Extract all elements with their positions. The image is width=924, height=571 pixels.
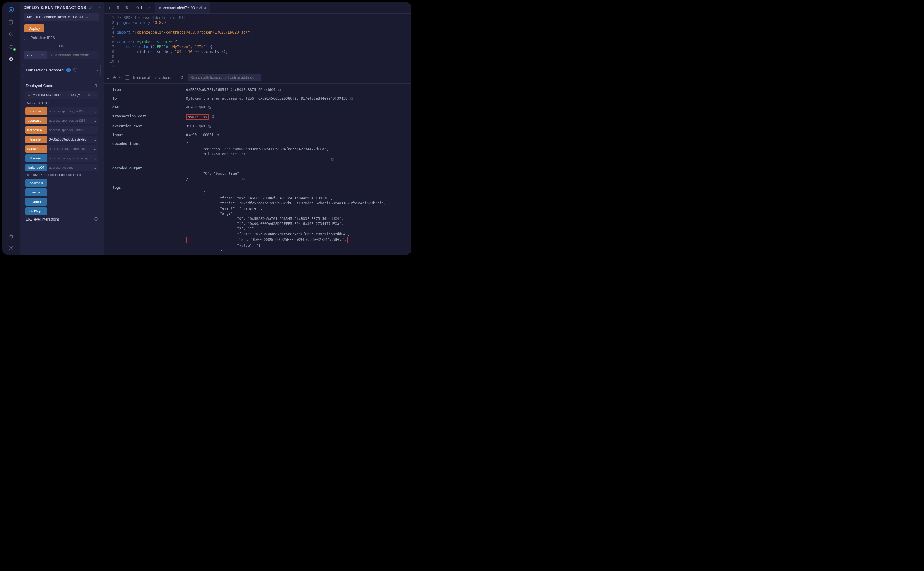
fn-increase-allowance[interactable]: increaseA...	[25, 126, 47, 134]
chevron-right-icon[interactable]: ›	[99, 5, 100, 10]
or-separator: OR	[20, 44, 104, 48]
tx-logs-json-2: "value": "1" } } ]	[186, 243, 263, 255]
expand-icon[interactable]: ⌄	[92, 154, 99, 162]
expand-icon[interactable]: ⌄	[92, 136, 99, 143]
tx-to-label: to	[112, 96, 186, 100]
collapse-icon[interactable]: ⌄	[107, 76, 110, 80]
remix-logo-icon[interactable]	[8, 6, 14, 13]
publish-ipfs-row[interactable]: Publish to IPFS	[24, 36, 99, 40]
main-area: Home contract-ab9d7e193c.sol ✕ 123456789…	[104, 2, 412, 255]
terminal-search-input[interactable]	[188, 74, 261, 82]
fn-symbol[interactable]: symbol	[25, 198, 47, 205]
gutter: 1234567891011	[104, 15, 117, 69]
terminal-toolbar: ⌄ ⊘ 0 listen on all transactions	[104, 72, 412, 83]
at-address-input[interactable]	[47, 51, 99, 59]
tx-input-label: input	[112, 133, 186, 137]
info-icon[interactable]: ⓘ	[94, 217, 98, 222]
deployed-contract-label: MYTOKEN AT 0XD91...39138 (M	[33, 93, 86, 97]
fn-approve-input[interactable]	[47, 107, 92, 115]
clear-icon[interactable]: ⊘	[113, 76, 116, 80]
publish-ipfs-checkbox[interactable]	[24, 36, 28, 40]
copy-icon[interactable]: ⧉	[212, 114, 214, 119]
close-tab-icon[interactable]: ✕	[204, 6, 207, 10]
expand-icon[interactable]: ⌄	[92, 107, 99, 115]
copy-icon[interactable]: ⧉	[331, 157, 334, 162]
plugin-icon[interactable]	[8, 233, 14, 240]
fn-balanceof-input[interactable]	[47, 164, 92, 171]
settings-icon[interactable]	[8, 245, 14, 251]
deploy-run-panel: DEPLOY & RUN TRANSACTIONS › MyToken - co…	[20, 2, 104, 255]
at-address-button[interactable]: At Address	[24, 51, 47, 59]
chevron-down-icon[interactable]: ⌄	[28, 93, 30, 97]
fn-name[interactable]: name	[25, 188, 47, 196]
tx-recorded-label: Transactions recorded	[26, 68, 63, 73]
fn-approve[interactable]: approve	[25, 107, 47, 115]
tx-logs-json-1: [ { "from": "0xd9145CCE52D386f254917e481…	[186, 185, 386, 237]
fn-allowance-input[interactable]	[47, 154, 92, 162]
tx-logs-highlighted: "to": "0x00a0009e638D25EFE5a894f6a36F427…	[186, 237, 348, 243]
expand-icon[interactable]: ⌄	[92, 126, 99, 134]
fn-decrease-allowance[interactable]: decrease...	[25, 117, 47, 124]
expand-icon[interactable]: ⌄	[92, 117, 99, 124]
deployed-contract-item[interactable]: ⌄ MYTOKEN AT 0XD91...39138 (M ⧉ ✕	[25, 91, 98, 99]
tx-cost-value-highlighted: 35015 gas	[186, 114, 209, 120]
fn-allowance[interactable]: allowance	[25, 154, 47, 162]
copy-icon[interactable]: ⧉	[217, 133, 219, 137]
expand-icon[interactable]: ⌄	[92, 164, 99, 171]
low-level-interactions[interactable]: Low level interactions ⓘ	[26, 217, 98, 222]
deploy-run-icon[interactable]	[8, 56, 14, 62]
solidity-compiler-icon[interactable]	[8, 43, 14, 50]
fn-transfer-from[interactable]: transferFr...	[25, 145, 47, 153]
chevron-right-icon[interactable]: ›	[97, 68, 98, 73]
tab-contract-file[interactable]: contract-ab9d7e193c.sol ✕	[155, 2, 210, 13]
fn-transferfrom-input[interactable]	[47, 145, 92, 153]
code-editor[interactable]: 1234567891011 // SPDX-License-Identifier…	[104, 14, 412, 72]
panel-header: DEPLOY & RUN TRANSACTIONS ›	[20, 2, 104, 12]
tab-home[interactable]: Home	[132, 2, 154, 13]
tx-decoded-input-label: decoded input	[112, 142, 186, 146]
zoom-in-icon[interactable]	[123, 6, 131, 10]
svg-line-16	[183, 78, 184, 79]
close-icon[interactable]: ✕	[93, 93, 96, 97]
return-value: 0: uint256: 100000000000000000000	[27, 173, 97, 177]
fn-increase-input[interactable]	[47, 126, 92, 134]
copy-icon[interactable]: ⧉	[350, 96, 353, 101]
tx-cost-label: transaction cost	[112, 114, 186, 118]
files-icon[interactable]	[8, 19, 14, 25]
search-icon[interactable]	[180, 76, 184, 80]
copy-icon[interactable]: ⧉	[208, 105, 211, 110]
copy-icon[interactable]: ⧉	[88, 93, 91, 97]
run-icon[interactable]	[105, 6, 114, 10]
app-root: DEPLOY & RUN TRANSACTIONS › MyToken - co…	[2, 2, 412, 255]
search-icon[interactable]	[8, 31, 14, 38]
fn-decimals[interactable]: decimals	[25, 179, 47, 187]
tx-count-badge: 9	[66, 68, 71, 72]
svg-line-9	[119, 8, 120, 9]
tx-decoded-output-label: decoded output	[112, 166, 186, 170]
contract-selector[interactable]: MyToken - contract-ab9d7e193c.sol ⇅	[24, 12, 99, 22]
fn-transfer[interactable]: transfer	[25, 136, 47, 143]
fn-transfer-input[interactable]	[47, 136, 92, 143]
deployed-contracts-label: Deployed Contracts	[26, 83, 59, 88]
sort-icon: ⇅	[85, 15, 88, 19]
expand-icon[interactable]: ⌄	[92, 145, 99, 153]
copy-icon[interactable]: ⧉	[208, 124, 211, 129]
copy-icon[interactable]: ⧉	[278, 88, 281, 92]
trash-icon[interactable]	[94, 84, 98, 88]
fn-total-supply[interactable]: totalSup...	[25, 207, 47, 215]
deploy-button[interactable]: Deploy	[24, 25, 44, 32]
zoom-out-icon[interactable]	[114, 6, 122, 10]
fn-decrease-input[interactable]	[47, 117, 92, 124]
listen-label: listen on all transactions	[133, 76, 171, 80]
tx-gas-value: 40268 gas	[186, 105, 205, 110]
solidity-file-icon	[158, 6, 161, 9]
info-icon[interactable]: ⓘ	[73, 67, 77, 73]
svg-point-15	[181, 76, 183, 78]
panel-title: DEPLOY & RUN TRANSACTIONS	[23, 5, 86, 10]
copy-icon[interactable]: ⧉	[242, 177, 245, 181]
fn-balance-of[interactable]: balanceOf	[25, 164, 47, 171]
listen-checkbox[interactable]	[125, 75, 130, 80]
tx-decoded-input: { "address to": "0x00a0009e638D25EFE5a89…	[186, 142, 328, 162]
icon-sidebar	[2, 2, 20, 255]
tx-exec-cost-value: 35015 gas	[186, 124, 205, 128]
